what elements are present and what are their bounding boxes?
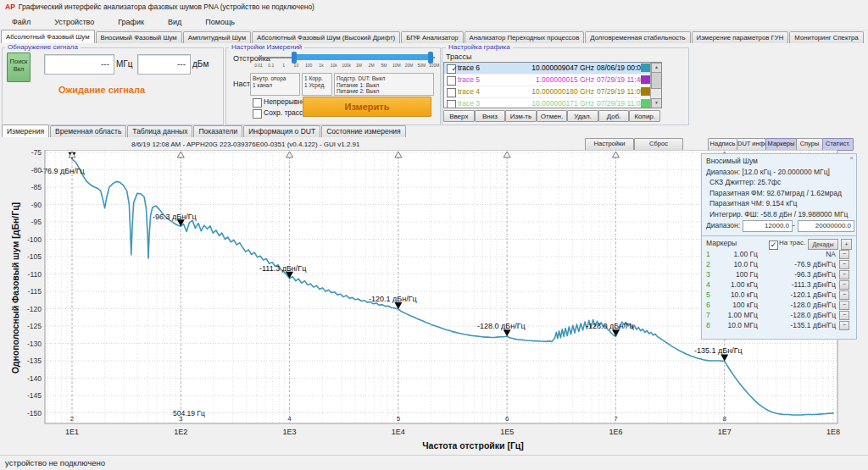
tab-measurements[interactable]: Измерения	[2, 124, 49, 137]
trace-row[interactable]: trace 4 10.000000180 GHz 07/29/19 11:05	[444, 86, 661, 98]
svg-text:-110: -110	[28, 270, 42, 279]
svg-text:1E7: 1E7	[718, 428, 732, 436]
marker-row: 41.00 кГц-111.3 дБн/Гц−	[702, 279, 856, 290]
statistics-panel: × Вносимый Шум Диапазон: [12.0 кГц - 20.…	[701, 153, 857, 237]
svg-text:1E4: 1E4	[392, 428, 405, 436]
power-field[interactable]: ---	[137, 54, 191, 75]
power-unit: дБм	[192, 59, 209, 69]
trace-add-button[interactable]: Доб.	[598, 110, 630, 122]
spurs-overlay-button[interactable]: Спуры	[796, 138, 823, 151]
svg-text:-128.0 дБн/Гц: -128.0 дБн/Гц	[477, 322, 526, 330]
remove-marker-button[interactable]: −	[839, 321, 849, 330]
trace-cancel-button[interactable]: Отмен.	[537, 110, 568, 122]
offset-slider-handle-low[interactable]	[292, 52, 297, 64]
chart-settings-button[interactable]: Настройки	[585, 138, 634, 151]
menu-help[interactable]: Помощь	[193, 14, 247, 30]
tab-dut-info[interactable]: Информация о DUT	[243, 125, 320, 137]
markers-overlay-button[interactable]: Маркеры	[765, 138, 797, 151]
range-to-input[interactable]: 20000000.0	[798, 220, 854, 232]
menu-graph[interactable]: График	[106, 14, 156, 30]
status-text: устройство не подключено	[5, 458, 105, 467]
trace-row[interactable]: trace 3 10.000000171 GHz 07/29/19 11:04	[444, 98, 661, 108]
traces-label: Трассы	[446, 53, 471, 61]
svg-text:-140: -140	[27, 374, 42, 383]
remove-marker-button[interactable]: −	[839, 280, 849, 290]
marker-row: 810.0 МГц-135.1 дБн/Гц−	[702, 320, 856, 330]
continuous-checkbox-label: Непрерывно	[264, 97, 306, 106]
tab-transient-analyzer[interactable]: Анализатор Переходных процессов	[465, 31, 585, 43]
trace-checkbox[interactable]	[447, 88, 456, 97]
correlation-summary-box: 1 Корр. 1 Усред.	[302, 73, 332, 96]
svg-text:Частота отстройки [Гц]: Частота отстройки [Гц]	[422, 440, 524, 451]
tab-spectrum-monitoring[interactable]: Мониторинг Спектра	[789, 31, 863, 43]
tab-absolute-phase-noise[interactable]: Абсолютный Фазовый Шум	[1, 30, 95, 43]
dut-info-overlay-button[interactable]: DUT инфо	[737, 138, 766, 151]
svg-text:-80: -80	[31, 166, 42, 174]
tab-measurement-state[interactable]: Состояние измерения	[321, 125, 406, 137]
trace-delete-button[interactable]: Удал.	[567, 110, 598, 122]
tab-long-term-stability[interactable]: Долговременная стабильность	[585, 31, 690, 43]
trace-table-scrollbar[interactable]: ▲ ▼	[650, 63, 661, 108]
svg-text:-96.3 дБн/Гц: -96.3 дБн/Гц	[153, 213, 197, 221]
frequency-unit: МГц	[116, 59, 132, 69]
svg-text:-75: -75	[31, 150, 42, 157]
tab-data-table[interactable]: Таблица данных	[127, 125, 192, 137]
markers-title: Маркеры	[706, 239, 737, 247]
remove-marker-button[interactable]: −	[839, 290, 849, 300]
tab-metrics[interactable]: Показатели	[193, 125, 242, 137]
statistics-overlay-button[interactable]: Статист.	[822, 138, 854, 151]
menu-view[interactable]: Вид	[156, 14, 193, 30]
remove-marker-button[interactable]: −	[839, 250, 849, 259]
menu-file[interactable]: Файл	[0, 14, 42, 30]
search-toggle-button[interactable]: Поиск Вкл	[7, 53, 31, 82]
range-from-input[interactable]: 12000.0	[743, 220, 793, 232]
remove-marker-button[interactable]: −	[839, 301, 849, 310]
remove-marker-button[interactable]: −	[839, 270, 849, 279]
trace-color-swatch	[641, 75, 650, 84]
tab-vco-parameters[interactable]: Измерение параметров ГУН	[692, 31, 789, 43]
svg-text:-150: -150	[27, 409, 42, 417]
save-trace-checkbox[interactable]	[253, 109, 262, 119]
remove-marker-button[interactable]: −	[839, 311, 849, 320]
tab-additive-phase-noise[interactable]: Вносимый Фазовый Шум	[96, 31, 182, 43]
trace-checkbox[interactable]: ✓	[447, 64, 456, 74]
tab-time-domain[interactable]: Временная область	[50, 125, 126, 137]
trace-row[interactable]: ✓ trace 6 10.000009047 GHz 08/06/19 00:0…	[444, 63, 661, 75]
trace-checkbox[interactable]	[447, 100, 456, 108]
scroll-down-button[interactable]: ▼	[651, 98, 662, 108]
measurement-tabs: Абсолютный Фазовый Шум Вносимый Фазовый …	[1, 30, 865, 43]
tab-absolute-phase-noise-high-drift[interactable]: Абсолютный Фазовый Шум (Высокий Дрифт)	[252, 31, 400, 43]
stats-range: Диапазон: [12.0 кГц - 20.000000 МГц]	[702, 167, 856, 178]
trace-edit-button[interactable]: Изм-ть	[505, 110, 537, 122]
svg-text:1E8: 1E8	[826, 428, 840, 436]
frequency-field[interactable]: ---	[44, 54, 114, 75]
trace-down-button[interactable]: Вниз	[475, 110, 506, 122]
scrollbar-thumb[interactable]	[651, 72, 662, 89]
signal-status-text: Ожидание сигнала	[17, 85, 186, 95]
offset-slider-range[interactable]	[296, 54, 431, 60]
label-overlay-button[interactable]: Надпись	[708, 138, 737, 151]
trace-up-button[interactable]: Вверх	[443, 110, 475, 122]
svg-text:-135.1 дБн/Гц: -135.1 дБн/Гц	[694, 346, 743, 355]
continuous-checkbox[interactable]	[253, 98, 262, 108]
svg-text:-130: -130	[27, 340, 42, 348]
svg-text:8: 8	[722, 415, 726, 423]
svg-text:1E5: 1E5	[500, 428, 514, 436]
trace-checkbox[interactable]	[447, 76, 456, 86]
svg-text:-125: -125	[27, 322, 42, 330]
trace-table: ✓ trace 6 10.000009047 GHz 08/06/19 00:0…	[443, 62, 662, 108]
tab-fft-analyzer[interactable]: БПФ Анализатор	[401, 31, 463, 43]
svg-text:-120.1 дБн/Гц: -120.1 дБн/Гц	[369, 295, 417, 303]
offset-slider-handle-high[interactable]	[428, 52, 433, 64]
chart-title: 8/6/19 12:08 AM - APPH20G 223-039376E00-…	[131, 141, 360, 148]
dut-power-summary-box: Подстр. DUT: Выкл Питание 1: Выкл Питани…	[334, 73, 434, 96]
menu-device[interactable]: Устройство	[42, 14, 106, 30]
markers-header: Маркеры ✓ На трас. Декады +	[702, 238, 856, 249]
tab-amplitude-noise[interactable]: Амплитудный Шум	[183, 31, 251, 43]
trace-row[interactable]: trace 5 1.000000015 GHz 07/29/19 11:40	[444, 75, 661, 86]
remove-marker-button[interactable]: −	[839, 260, 849, 269]
svg-text:-76.9 дБн/Гц: -76.9 дБн/Гц	[41, 167, 85, 175]
trace-copy-button[interactable]: Копир.	[629, 110, 660, 122]
measure-button[interactable]: Измерить	[303, 97, 431, 117]
chart-reset-button[interactable]: Сброс	[634, 138, 683, 151]
